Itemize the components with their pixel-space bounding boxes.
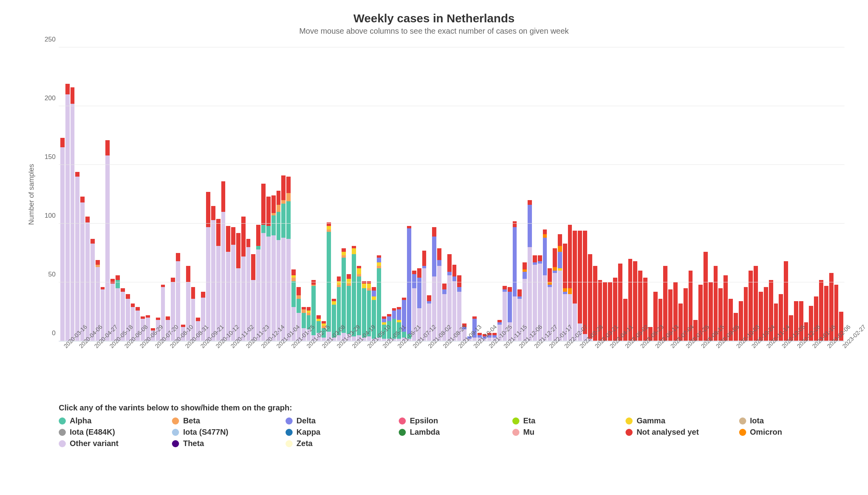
bar-segment-omicron[interactable] <box>563 288 567 292</box>
bar-column[interactable] <box>226 226 230 341</box>
bar-segment-omicron[interactable] <box>553 267 557 271</box>
bar-segment-other[interactable] <box>221 212 226 341</box>
bar-column[interactable] <box>407 226 411 341</box>
bar-segment-not_analysed[interactable] <box>513 221 517 227</box>
bar-segment-gamma[interactable] <box>327 226 331 229</box>
bar-segment-omicron[interactable] <box>543 234 547 238</box>
bar-segment-gamma[interactable] <box>367 284 371 288</box>
bar-segment-not_analysed[interactable] <box>105 140 110 155</box>
bar-column[interactable] <box>211 206 215 341</box>
bar-segment-not_analysed[interactable] <box>568 225 572 288</box>
bar-segment-not_analysed[interactable] <box>573 231 577 304</box>
legend-item-iota_e484k[interactable]: Iota (E484K) <box>59 428 164 437</box>
bar-segment-not_analysed[interactable] <box>196 318 200 321</box>
bar-column[interactable] <box>261 184 266 341</box>
bar-segment-not_analysed[interactable] <box>131 304 135 307</box>
bar-column[interactable] <box>437 248 441 341</box>
bar-column[interactable] <box>513 221 517 341</box>
bar-segment-not_analysed[interactable] <box>176 253 180 261</box>
bar-segment-not_analysed[interactable] <box>457 275 461 287</box>
legend-item-theta[interactable]: Theta <box>172 439 277 448</box>
bar-column[interactable] <box>297 287 301 341</box>
bar-segment-beta[interactable] <box>297 295 301 299</box>
bar-segment-alpha[interactable] <box>261 225 266 233</box>
bar-segment-other[interactable] <box>256 249 260 341</box>
bar-column[interactable] <box>271 195 276 341</box>
bar-segment-alpha[interactable] <box>342 258 346 333</box>
bar-segment-not_analysed[interactable] <box>563 244 567 288</box>
bar-segment-not_analysed[interactable] <box>523 262 527 269</box>
bar-segment-gamma[interactable] <box>332 301 336 305</box>
bar-segment-not_analysed[interactable] <box>291 269 296 275</box>
bar-segment-not_analysed[interactable] <box>558 234 562 246</box>
bar-segment-other[interactable] <box>211 220 215 341</box>
bar-column[interactable] <box>578 231 582 341</box>
bar-segment-delta[interactable] <box>437 260 441 266</box>
bar-segment-not_analysed[interactable] <box>206 192 210 227</box>
bar-segment-other[interactable] <box>90 244 95 341</box>
bar-column[interactable] <box>71 87 75 341</box>
bar-segment-gamma[interactable] <box>342 252 346 255</box>
bar-segment-not_analysed[interactable] <box>71 87 75 104</box>
bar-segment-not_analysed[interactable] <box>241 217 246 257</box>
bar-segment-not_analysed[interactable] <box>543 229 547 234</box>
bar-segment-delta[interactable] <box>452 276 457 281</box>
bar-segment-not_analysed[interactable] <box>85 217 90 222</box>
bar-segment-alpha[interactable] <box>266 226 271 237</box>
bar-column[interactable] <box>543 229 547 341</box>
bar-segment-delta[interactable] <box>528 205 532 247</box>
bar-segment-not_analysed[interactable] <box>110 279 115 284</box>
bar-segment-gamma[interactable] <box>372 296 376 300</box>
bar-segment-not_analysed[interactable] <box>528 200 532 205</box>
bar-segment-alpha[interactable] <box>286 201 291 239</box>
bar-segment-alpha[interactable] <box>347 286 351 334</box>
bar-column[interactable] <box>90 239 95 341</box>
legend-item-kappa[interactable]: Kappa <box>286 428 391 437</box>
bar-segment-beta[interactable] <box>302 309 306 313</box>
bar-column[interactable] <box>558 234 562 341</box>
bar-segment-not_analysed[interactable] <box>121 288 125 292</box>
bar-segment-other[interactable] <box>71 104 75 341</box>
bar-segment-not_analysed[interactable] <box>126 294 130 299</box>
bar-segment-not_analysed[interactable] <box>548 268 552 282</box>
bar-segment-alpha[interactable] <box>116 280 120 288</box>
bar-segment-other[interactable] <box>271 235 276 341</box>
bar-column[interactable] <box>161 285 165 341</box>
bar-segment-not_analysed[interactable] <box>417 268 421 278</box>
bar-segment-not_analysed[interactable] <box>75 172 80 177</box>
bar-segment-delta[interactable] <box>377 258 381 262</box>
bar-segment-not_analysed[interactable] <box>437 248 441 260</box>
bar-segment-not_analysed[interactable] <box>236 233 241 268</box>
bar-column[interactable] <box>573 231 577 341</box>
bar-segment-delta[interactable] <box>513 227 517 296</box>
bar-segment-omicron[interactable] <box>568 288 572 294</box>
bar-segment-other[interactable] <box>251 280 255 341</box>
bar-segment-delta[interactable] <box>543 238 547 275</box>
bar-segment-other[interactable] <box>75 177 80 341</box>
legend-item-lambda[interactable]: Lambda <box>399 428 504 437</box>
bar-segment-delta[interactable] <box>387 316 391 321</box>
bar-segment-not_analysed[interactable] <box>307 307 311 311</box>
bar-column[interactable] <box>206 192 210 341</box>
bar-column[interactable] <box>372 287 376 341</box>
bar-segment-not_analysed[interactable] <box>427 295 431 301</box>
bar-segment-not_analysed[interactable] <box>447 254 452 272</box>
bar-segment-not_analysed[interactable] <box>578 231 582 323</box>
bar-segment-not_analysed[interactable] <box>538 255 542 261</box>
legend-item-iota[interactable]: Iota <box>739 416 844 425</box>
bar-segment-not_analysed[interactable] <box>281 175 286 200</box>
bar-column[interactable] <box>80 197 85 341</box>
bar-segment-not_analysed[interactable] <box>663 266 667 341</box>
bar-segment-beta[interactable] <box>277 205 281 212</box>
bar-segment-other[interactable] <box>568 294 572 341</box>
bar-segment-other[interactable] <box>65 94 70 341</box>
bar-segment-beta[interactable] <box>291 278 296 281</box>
bar-column[interactable] <box>256 225 260 341</box>
bar-segment-delta[interactable] <box>442 289 447 294</box>
legend-item-omicron[interactable]: Omicron <box>739 428 844 437</box>
legend-item-epsilon[interactable]: Epsilon <box>399 416 504 425</box>
bar-segment-other[interactable] <box>105 155 110 341</box>
bar-segment-not_analysed[interactable] <box>819 280 823 341</box>
bar-segment-gamma[interactable] <box>352 248 356 254</box>
bar-column[interactable] <box>739 301 743 341</box>
